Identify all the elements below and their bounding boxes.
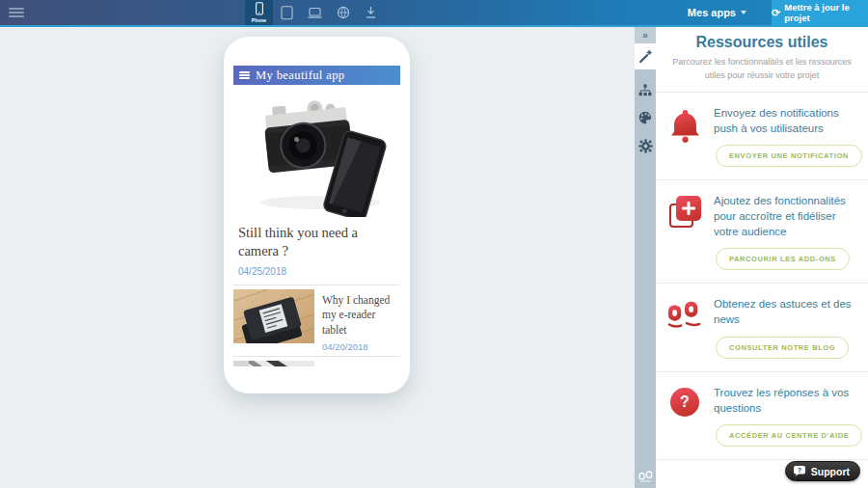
glasses-blog-icon bbox=[666, 299, 703, 330]
support-label: Support bbox=[811, 466, 850, 477]
support-button[interactable]: ? Support bbox=[785, 461, 860, 481]
palette-icon bbox=[638, 111, 652, 124]
browse-addons-button[interactable]: PARCOURIR LES ADD-ONS bbox=[716, 248, 850, 270]
caret-down-icon bbox=[741, 11, 746, 14]
panel-title: Ressources utiles bbox=[671, 34, 853, 51]
collapse-panel-button[interactable]: » bbox=[635, 27, 656, 43]
article-hero-image[interactable] bbox=[233, 85, 400, 217]
list-item-date: 04/20/2018 bbox=[322, 341, 396, 352]
device-phone-button[interactable]: Phone bbox=[245, 0, 273, 25]
laptop-icon bbox=[308, 7, 322, 19]
device-phone-label: Phone bbox=[252, 17, 266, 23]
mes-apps-label: Mes apps bbox=[688, 7, 736, 18]
device-desktop-button[interactable] bbox=[301, 0, 329, 25]
resource-title: Envoyez des notifications push à vos uti… bbox=[714, 105, 862, 136]
double-chevron-icon: » bbox=[642, 30, 648, 41]
device-tablet-button[interactable] bbox=[273, 0, 301, 25]
panel-header: Ressources utiles Parcourez les fonction… bbox=[656, 27, 868, 93]
tab-design-wand[interactable] bbox=[635, 43, 656, 69]
device-website-button[interactable] bbox=[329, 0, 357, 25]
refresh-icon: ⟳ bbox=[772, 8, 780, 18]
list-item-title: New lenses - our crash test bbox=[322, 365, 396, 366]
visit-blog-button[interactable]: CONSULTER NOTRE BLOG bbox=[716, 337, 849, 359]
download-icon bbox=[365, 6, 377, 19]
help-center-button[interactable]: ACCÉDER AU CENTRE D'AIDE bbox=[716, 424, 862, 447]
app-menu-icon[interactable] bbox=[239, 69, 250, 80]
resources-panel: Ressources utiles Parcourez les fonction… bbox=[656, 27, 868, 488]
update-project-label: Mettre à jour le projet bbox=[784, 2, 868, 23]
gear-icon bbox=[638, 139, 653, 153]
chat-bubble-icon: ? bbox=[793, 465, 806, 477]
magic-wand-icon bbox=[638, 49, 653, 64]
update-project-button[interactable]: ⟳ Mettre à jour le projet bbox=[772, 0, 868, 25]
question-mark-icon: ? bbox=[670, 388, 699, 417]
article-title[interactable]: Still think you need a camera ? bbox=[233, 217, 400, 262]
list-item[interactable]: Why I changed my e-reader tablet 04/20/2… bbox=[233, 285, 400, 357]
device-export-button[interactable] bbox=[357, 0, 385, 25]
tablet-icon bbox=[281, 6, 293, 20]
svg-text:?: ? bbox=[798, 467, 801, 474]
resource-item-help: ? Trouvez les réponses à vos questions A… bbox=[656, 372, 868, 460]
globe-icon bbox=[337, 6, 350, 19]
device-switcher: Phone bbox=[245, 0, 385, 25]
top-bar: Phone Mes apps bbox=[0, 0, 868, 27]
app-header: My beautiful app bbox=[233, 66, 400, 85]
tab-theme[interactable] bbox=[635, 110, 656, 125]
resource-item-addons: Ajoutez des fonctionnalités pour accroît… bbox=[656, 180, 868, 284]
lens-thumbnail-image bbox=[233, 361, 314, 366]
bell-icon bbox=[669, 108, 701, 144]
addons-plus-icon bbox=[669, 196, 701, 228]
sitemap-icon bbox=[638, 84, 652, 96]
resource-title: Obtenez des astuces et des news bbox=[714, 296, 856, 327]
list-item[interactable]: New lenses - our crash test bbox=[233, 356, 400, 366]
goodbarber-logo bbox=[635, 471, 656, 483]
tab-structure[interactable] bbox=[635, 82, 656, 97]
phone-icon bbox=[254, 2, 265, 16]
phone-screen: My beautiful app bbox=[233, 66, 400, 366]
glasses-logo-icon bbox=[638, 471, 653, 483]
resource-item-notifications: Envoyez des notifications push à vos uti… bbox=[656, 93, 868, 180]
ereader-thumbnail-image bbox=[233, 289, 314, 343]
tab-settings[interactable] bbox=[635, 138, 656, 153]
phone-preview-frame: My beautiful app bbox=[224, 37, 410, 393]
resource-title: Ajoutez des fonctionnalités pour accroît… bbox=[714, 193, 856, 239]
side-toolbar: » bbox=[635, 27, 656, 488]
app-title: My beautiful app bbox=[256, 68, 345, 83]
mes-apps-menu[interactable]: Mes apps bbox=[680, 0, 754, 25]
send-notification-button[interactable]: ENVOYER UNE NOTIFICATION bbox=[716, 145, 862, 167]
resource-title: Trouvez les réponses à vos questions bbox=[714, 385, 862, 416]
panel-subtitle: Parcourez les fonctionnalités et les res… bbox=[671, 56, 853, 83]
list-item-title: Why I changed my e-reader tablet bbox=[322, 293, 396, 339]
resource-item-blog: Obtenez des astuces et des news CONSULTE… bbox=[656, 284, 868, 371]
main-menu-icon[interactable] bbox=[9, 8, 24, 19]
article-date: 04/25/2018 bbox=[233, 262, 400, 285]
